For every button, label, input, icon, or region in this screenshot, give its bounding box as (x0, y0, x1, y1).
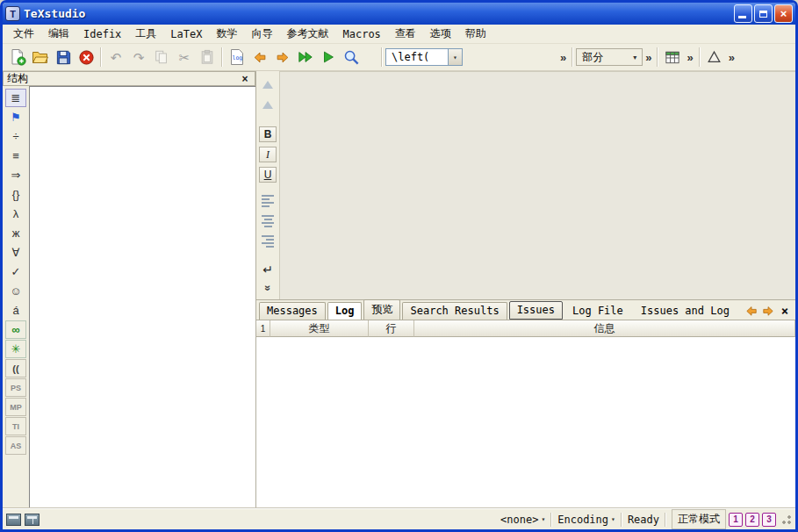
bookmark-badge-2[interactable]: 2 (745, 513, 759, 527)
column-header-line[interactable]: 行 (369, 320, 414, 337)
menu-item-idefix[interactable]: Idefix (76, 26, 128, 42)
log-table-body[interactable] (256, 337, 795, 508)
sidebar-item-structure[interactable]: ≣ (5, 89, 26, 107)
math-symbol-combobox[interactable]: \left( ▾ (385, 48, 463, 66)
menu-item-view[interactable]: 查看 (388, 25, 423, 43)
undo-button[interactable]: ↶ (104, 47, 127, 68)
open-button[interactable] (29, 47, 52, 68)
split-view-toggle[interactable] (25, 514, 40, 526)
menu-item-bibliography[interactable]: 参考文献 (279, 25, 335, 43)
build-and-view-button[interactable] (294, 47, 317, 68)
sidebar-item-greek[interactable]: λ (5, 205, 26, 223)
sidebar-item-misc-text[interactable]: ✓ (5, 262, 26, 281)
newline-button[interactable]: ↵ (259, 262, 277, 277)
next-error-icon[interactable] (761, 304, 775, 318)
menu-item-file[interactable]: 文件 (6, 25, 41, 43)
column-header-row[interactable]: 1 (256, 320, 270, 337)
redo-button[interactable]: ↷ (127, 47, 150, 68)
close-button[interactable]: × (774, 4, 793, 23)
tab-log-file[interactable]: Log File (564, 302, 631, 320)
toolbar-overflow-button[interactable]: » (684, 51, 695, 64)
sidebar-item-relations[interactable]: ≡ (5, 147, 26, 165)
sidebar-item-wasysym[interactable]: ☺ (5, 282, 26, 300)
compile-button[interactable] (317, 47, 340, 68)
sidebar-item-pstricks[interactable]: PS (5, 378, 26, 397)
column-header-message[interactable]: 信息 (414, 320, 795, 337)
structure-panel-close-button[interactable]: × (239, 73, 251, 85)
menu-item-math[interactable]: 数学 (209, 25, 244, 43)
underline-button[interactable]: U (259, 167, 277, 183)
sidebar-item-tikz[interactable]: TI (5, 417, 26, 435)
nav-up-button[interactable] (259, 76, 277, 92)
view-log-button[interactable]: log (226, 47, 248, 68)
restore-button[interactable] (754, 4, 773, 23)
sidebar-item-accents[interactable]: á (5, 301, 26, 320)
bookmark-badge-1[interactable]: 1 (729, 513, 743, 527)
sidebar-item-left-delimiters[interactable]: (( (5, 359, 26, 377)
resize-grip[interactable] (781, 514, 792, 525)
sidebar-item-cyrillic[interactable]: ж (5, 224, 26, 242)
bookmark-badge-3[interactable]: 3 (762, 513, 776, 527)
menu-item-help[interactable]: 帮助 (458, 25, 493, 43)
tab-issues-and-log[interactable]: Issues and Log (633, 302, 737, 320)
toolbar-overflow-button[interactable]: » (557, 51, 569, 64)
log-panel-close-button[interactable]: × (778, 304, 792, 318)
format-toolbar-more-button[interactable]: » (262, 285, 274, 291)
language-selector[interactable]: <none> ▾ (500, 514, 545, 526)
chevron-down-icon[interactable]: ▾ (628, 49, 642, 65)
titlebar[interactable]: T TeXstudio × (3, 3, 795, 25)
align-left-button[interactable] (259, 193, 277, 209)
sidebar-item-delimiters[interactable]: {} (5, 185, 26, 204)
mode-indicator[interactable]: 正常模式 (672, 509, 726, 529)
toolbar-overflow-button[interactable]: » (726, 51, 737, 64)
nav-up2-button[interactable] (259, 97, 277, 112)
view-button[interactable] (340, 47, 363, 68)
save-button[interactable] (52, 47, 75, 68)
cut-button[interactable]: ✂ (173, 47, 196, 68)
sidebar-item-misc[interactable]: ∞ (5, 320, 26, 339)
insert-table-button[interactable] (661, 47, 684, 68)
sidebar-item-arrows[interactable]: ⇒ (5, 166, 26, 184)
encoding-selector[interactable]: Encoding ▾ (557, 514, 615, 526)
sidebar-item-operators[interactable]: ÷ (5, 127, 26, 146)
menu-item-macros[interactable]: Macros (335, 26, 387, 42)
close-document-button[interactable] (75, 47, 97, 68)
section-combobox[interactable]: 部分 ▾ (576, 48, 643, 66)
tab-issues[interactable]: Issues (509, 301, 563, 320)
tab-preview[interactable]: 预览 (363, 299, 400, 320)
ready-status: Ready (628, 514, 659, 526)
new-document-button[interactable] (6, 47, 29, 68)
open-folder-icon (32, 48, 49, 66)
menu-item-wizard[interactable]: 向导 (244, 25, 279, 43)
menu-item-options[interactable]: 选项 (423, 25, 458, 43)
tab-messages[interactable]: Messages (259, 302, 326, 320)
menu-item-tools[interactable]: 工具 (128, 25, 163, 43)
sidebar-item-misc-math[interactable]: ∀ (5, 243, 26, 262)
math-mode-button[interactable] (703, 47, 726, 68)
previous-error-button[interactable] (248, 47, 271, 68)
tab-search-results[interactable]: Search Results (402, 302, 507, 320)
italic-button[interactable]: I (259, 147, 277, 162)
structure-tree[interactable] (29, 86, 255, 508)
single-view-toggle[interactable] (6, 514, 21, 526)
tab-log[interactable]: Log (327, 302, 363, 320)
previous-error-icon[interactable] (744, 304, 758, 318)
copy-button[interactable] (150, 47, 173, 68)
bold-button[interactable]: B (259, 126, 277, 142)
sidebar-item-metapost[interactable]: MP (5, 398, 26, 416)
menu-item-edit[interactable]: 编辑 (41, 25, 76, 43)
encoding-value: Encoding (557, 514, 608, 526)
column-header-type[interactable]: 类型 (270, 320, 369, 337)
toolbar-overflow-button[interactable]: » (643, 51, 654, 64)
chevron-down-icon[interactable]: ▾ (448, 49, 462, 65)
paste-button[interactable] (196, 47, 219, 68)
sidebar-item-asymptote[interactable]: AS (5, 436, 26, 455)
sidebar-item-special[interactable]: ✳ (5, 340, 26, 358)
align-center-button[interactable] (259, 213, 277, 229)
menu-item-latex[interactable]: LaTeX (163, 26, 209, 42)
toolbar-separator (572, 47, 573, 67)
sidebar-item-bookmarks[interactable]: ⚑ (5, 108, 26, 126)
align-right-button[interactable] (259, 234, 277, 249)
minimize-button[interactable] (734, 4, 752, 23)
next-error-button[interactable] (271, 47, 294, 68)
